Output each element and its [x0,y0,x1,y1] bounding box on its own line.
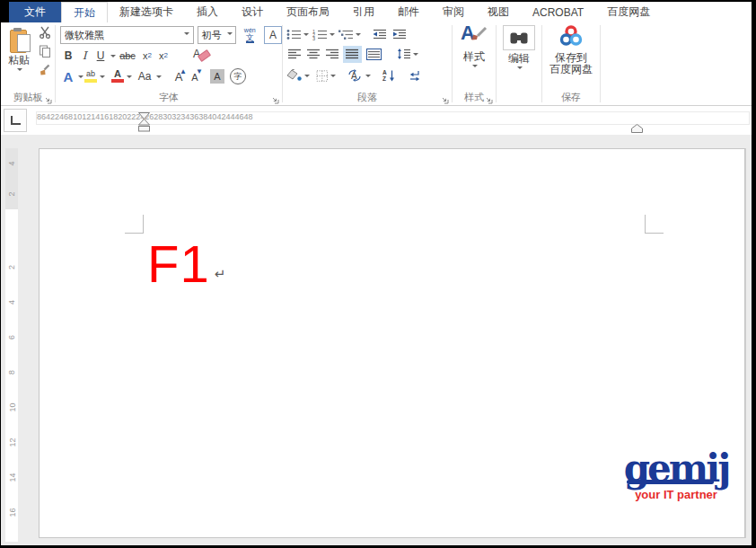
shading-button[interactable] [286,67,303,84]
clipboard-dialog-launcher[interactable] [44,94,52,102]
document-heading-text[interactable]: F1↵ [147,238,225,290]
multilevel-list-button[interactable] [338,26,354,43]
font-color-button[interactable]: A [110,70,125,83]
shading-dropdown-icon[interactable] [304,75,310,80]
menu-tab[interactable]: 视图 [476,2,521,22]
ruler-number: 32 [171,112,180,124]
justify-button[interactable] [343,46,362,63]
change-case-button[interactable]: Aa [135,68,154,85]
menu-tab[interactable]: ACROBAT [521,2,595,22]
underline-dropdown-icon[interactable] [110,55,116,60]
align-center-button[interactable] [305,46,322,63]
vertical-ruler[interactable]: 42 246810121416 [5,148,18,542]
character-border-button[interactable]: A [264,26,282,44]
ruler-number: 28 [154,112,163,124]
styles-dialog-launcher[interactable] [485,94,493,102]
menu-tab[interactable]: 审阅 [431,2,476,22]
cut-button[interactable] [37,25,53,40]
ruler-number: 40 [207,112,216,124]
margin-crop-mark [125,215,144,234]
menu-tab[interactable]: 引用 [341,2,386,22]
sort-button[interactable]: AZ [382,67,396,84]
character-shading-button[interactable]: A [210,69,224,84]
superscript-button[interactable]: x2 [155,47,171,64]
menu-tab[interactable]: 新建选项卡 [108,2,185,22]
borders-button[interactable] [316,67,329,84]
subscript-button[interactable]: x2 [139,47,155,64]
paragraph-dialog-launcher[interactable] [441,94,449,102]
document-workspace: 42 246810121416 F1↵ gemij your IT partne… [1,135,752,545]
text-effects-button[interactable]: A [60,68,76,85]
bullets-button[interactable] [286,26,302,43]
increase-indent-button[interactable] [392,26,407,43]
asian-layout-dropdown-icon[interactable] [365,75,371,80]
sort-icon: AZ [382,69,396,82]
increase-indent-icon [392,29,407,40]
ruler-number: 2 [1,265,29,270]
numbering-button[interactable]: 123 [312,26,328,43]
line-spacing-dropdown-icon[interactable] [413,53,418,58]
menu-tab[interactable]: 插入 [185,2,230,22]
group-paragraph: 123 [283,22,452,105]
enclose-characters-button[interactable]: 字 [230,68,246,84]
hanging-indent-marker[interactable] [138,119,150,136]
align-right-button[interactable] [324,46,341,63]
line-spacing-button[interactable] [397,46,411,63]
highlight-color-button[interactable]: ab [84,70,98,83]
decrease-indent-button[interactable] [373,26,387,43]
group-clipboard: 粘贴 剪贴板 [1,22,55,105]
phonetic-guide-button[interactable]: wén 文 [240,26,259,44]
group-separator [600,25,601,102]
save-group-label: 保存 [542,91,600,104]
styles-button[interactable]: A 样式 [453,22,496,89]
format-painter-button[interactable] [37,63,53,77]
save-to-baidu-button[interactable]: 保存到 百度网盘 [542,22,600,89]
highlight-dropdown-icon[interactable] [100,75,105,81]
chevron-down-icon [17,68,22,74]
editing-button[interactable]: 编辑 [497,22,541,89]
word-window: 文件开始新建选项卡插入设计页面布局引用邮件审阅视图ACROBAT百度网盘 粘贴 [1,2,752,545]
tab-stop-selector[interactable] [4,109,27,132]
font-size-combobox[interactable]: 初号 [198,26,237,44]
borders-dropdown-icon[interactable] [330,75,336,80]
shrink-font-button[interactable]: A▼ [187,70,203,84]
group-styles: A 样式 样式 [453,22,496,105]
ruler-number: 4 [3,161,21,165]
ruler-number: 46 [234,112,243,124]
bold-button[interactable]: B [60,47,76,64]
asian-layout-button[interactable]: A [346,67,364,84]
clear-formatting-button[interactable]: A [191,47,211,64]
italic-button[interactable]: I [76,47,92,64]
chevron-down-icon[interactable] [224,27,235,43]
font-dialog-launcher[interactable] [271,94,279,102]
change-case-dropdown-icon[interactable] [156,75,162,81]
align-left-button[interactable] [286,46,303,63]
font-name-combobox[interactable]: 微软雅黑 [60,26,194,44]
ruler-number: 16 [100,112,109,124]
text-effects-dropdown-icon[interactable] [78,75,84,81]
group-save: 保存到 百度网盘 保存 [542,22,600,105]
numbering-dropdown-icon[interactable] [330,33,335,39]
highlight-color-swatch [84,79,97,83]
grow-font-button[interactable]: A▲ [171,70,187,84]
menu-tab[interactable]: 设计 [230,2,275,22]
bullets-dropdown-icon[interactable] [303,33,309,39]
logo-wordmark: gemij [624,451,729,487]
paste-button[interactable]: 粘贴 [4,25,34,92]
underline-button[interactable]: U [92,47,109,64]
show-hide-marks-button[interactable] [409,67,421,84]
menu-tab[interactable]: 邮件 [386,2,431,22]
ruler-number: 12 [1,438,29,446]
font-color-dropdown-icon[interactable] [127,75,132,81]
menu-tab[interactable]: 开始 [61,2,108,22]
menu-tab[interactable]: 页面布局 [275,2,341,22]
distribute-button[interactable] [364,46,383,63]
document-page[interactable]: F1↵ gemij your IT partner [39,148,745,538]
strikethrough-button[interactable]: abc [116,47,139,64]
menu-tab[interactable]: 百度网盘 [595,2,662,22]
align-right-icon [326,49,339,59]
menu-tab[interactable]: 文件 [9,2,61,22]
copy-button[interactable] [37,44,53,58]
multilevel-dropdown-icon[interactable] [356,33,361,39]
chevron-down-icon[interactable] [181,27,193,43]
